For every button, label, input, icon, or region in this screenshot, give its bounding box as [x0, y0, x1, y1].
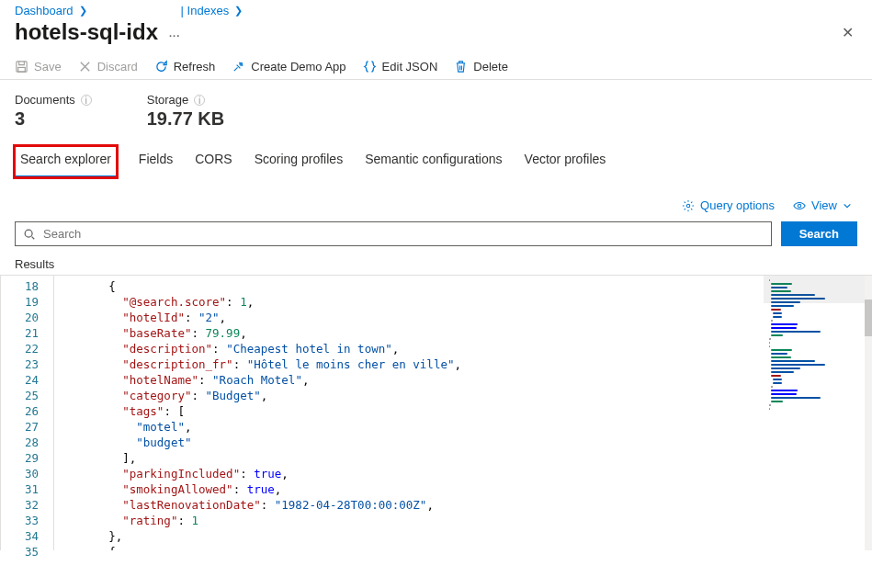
storage-stat: Storagei 19.77 KB — [147, 93, 225, 130]
query-options-button[interactable]: Query options — [682, 198, 775, 212]
search-icon — [23, 228, 36, 241]
json-editor: 181920212223242526272829303132333435 { "… — [0, 275, 872, 550]
info-icon[interactable]: i — [81, 95, 92, 106]
edit-json-button[interactable]: Edit JSON — [363, 60, 438, 74]
eye-icon — [793, 199, 806, 212]
search-button[interactable]: Search — [781, 221, 857, 246]
chevron-right-icon: ❯ — [79, 5, 87, 17]
view-button[interactable]: View — [793, 198, 852, 212]
tab-vector[interactable]: Vector profiles — [525, 146, 606, 177]
braces-icon — [363, 60, 377, 74]
refresh-icon — [154, 60, 168, 74]
close-icon[interactable]: ✕ — [838, 20, 857, 45]
documents-stat: Documentsi 3 — [15, 93, 92, 130]
tools-icon — [232, 60, 245, 74]
stats-row: Documentsi 3 Storagei 19.77 KB — [0, 80, 872, 137]
save-button[interactable]: Save — [15, 60, 62, 74]
tabs: Search explorer Fields CORS Scoring prof… — [0, 137, 872, 178]
tab-cors[interactable]: CORS — [195, 146, 232, 177]
line-gutter: 181920212223242526272829303132333435 — [0, 276, 53, 550]
explorer-toolbar: Query options View — [0, 178, 872, 218]
breadcrumb-indexes[interactable]: | Indexes — [181, 4, 230, 17]
chevron-down-icon — [843, 201, 852, 210]
discard-icon — [78, 60, 92, 74]
tab-semantic[interactable]: Semantic configurations — [365, 146, 502, 177]
search-input-wrap[interactable] — [15, 221, 772, 246]
delete-button[interactable]: Delete — [454, 60, 508, 74]
svg-point-3 — [686, 204, 690, 208]
save-icon — [15, 60, 28, 74]
page-title: hotels-sql-idx — [15, 19, 158, 45]
gear-icon — [682, 199, 695, 212]
storage-value: 19.77 KB — [147, 108, 225, 130]
query-options-label: Query options — [700, 198, 775, 212]
demo-app-button[interactable]: Create Demo App — [232, 60, 345, 74]
refresh-button[interactable]: Refresh — [154, 60, 216, 74]
tab-search-explorer[interactable]: Search explorer — [15, 146, 117, 177]
discard-button[interactable]: Discard — [78, 60, 138, 74]
discard-label: Discard — [97, 60, 138, 74]
chevron-right-icon: ❯ — [234, 5, 243, 17]
title-row: hotels-sql-idx ··· ✕ — [0, 17, 872, 54]
command-bar: Save Discard Refresh Create Demo App Edi… — [0, 54, 872, 80]
minimap[interactable] — [762, 276, 872, 550]
search-input[interactable] — [43, 227, 764, 241]
breadcrumb-dashboard[interactable]: Dashboard — [15, 4, 74, 17]
trash-icon — [454, 60, 468, 74]
save-label: Save — [34, 60, 62, 74]
documents-label: Documents — [15, 93, 75, 107]
json-code[interactable]: { "@search.score": 1, "hotelId": "2", "b… — [53, 276, 762, 550]
editjson-label: Edit JSON — [382, 60, 438, 74]
view-label: View — [811, 198, 837, 212]
svg-rect-1 — [18, 67, 26, 72]
search-row: Search — [0, 218, 872, 254]
svg-point-5 — [25, 230, 32, 237]
tab-scoring[interactable]: Scoring profiles — [255, 146, 344, 177]
info-icon[interactable]: i — [194, 95, 205, 106]
scrollbar-thumb[interactable] — [865, 300, 872, 336]
minimap-viewport[interactable] — [764, 276, 872, 303]
tab-fields[interactable]: Fields — [139, 146, 173, 177]
svg-point-4 — [798, 204, 801, 208]
delete-label: Delete — [473, 60, 508, 74]
storage-label: Storage — [147, 93, 189, 107]
results-label: Results — [0, 254, 872, 275]
demo-label: Create Demo App — [251, 60, 345, 74]
breadcrumb: Dashboard ❯ | Indexes ❯ — [0, 0, 872, 17]
more-actions-icon[interactable]: ··· — [169, 30, 180, 41]
documents-value: 3 — [15, 108, 92, 130]
refresh-label: Refresh — [174, 60, 216, 74]
